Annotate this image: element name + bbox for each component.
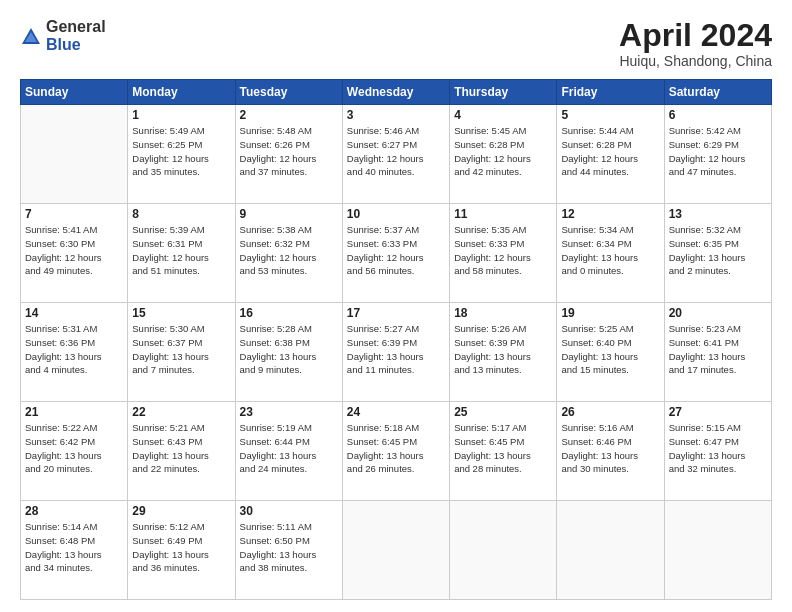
calendar-day-cell: 20Sunrise: 5:23 AM Sunset: 6:41 PM Dayli… bbox=[664, 303, 771, 402]
day-number: 7 bbox=[25, 207, 123, 221]
logo-icon bbox=[20, 26, 42, 48]
day-number: 26 bbox=[561, 405, 659, 419]
calendar-week-row: 1Sunrise: 5:49 AM Sunset: 6:25 PM Daylig… bbox=[21, 105, 772, 204]
day-number: 29 bbox=[132, 504, 230, 518]
day-info: Sunrise: 5:22 AM Sunset: 6:42 PM Dayligh… bbox=[25, 421, 123, 476]
day-info: Sunrise: 5:42 AM Sunset: 6:29 PM Dayligh… bbox=[669, 124, 767, 179]
day-number: 2 bbox=[240, 108, 338, 122]
day-number: 20 bbox=[669, 306, 767, 320]
calendar-day-cell: 24Sunrise: 5:18 AM Sunset: 6:45 PM Dayli… bbox=[342, 402, 449, 501]
calendar-day-cell: 16Sunrise: 5:28 AM Sunset: 6:38 PM Dayli… bbox=[235, 303, 342, 402]
calendar-header-tuesday: Tuesday bbox=[235, 80, 342, 105]
day-number: 14 bbox=[25, 306, 123, 320]
day-number: 6 bbox=[669, 108, 767, 122]
calendar-day-cell: 30Sunrise: 5:11 AM Sunset: 6:50 PM Dayli… bbox=[235, 501, 342, 600]
day-info: Sunrise: 5:35 AM Sunset: 6:33 PM Dayligh… bbox=[454, 223, 552, 278]
day-info: Sunrise: 5:23 AM Sunset: 6:41 PM Dayligh… bbox=[669, 322, 767, 377]
day-info: Sunrise: 5:12 AM Sunset: 6:49 PM Dayligh… bbox=[132, 520, 230, 575]
calendar-day-cell: 1Sunrise: 5:49 AM Sunset: 6:25 PM Daylig… bbox=[128, 105, 235, 204]
day-number: 12 bbox=[561, 207, 659, 221]
day-number: 21 bbox=[25, 405, 123, 419]
header: General Blue April 2024 Huiqu, Shandong,… bbox=[20, 18, 772, 69]
logo-general: General bbox=[46, 18, 106, 36]
day-number: 11 bbox=[454, 207, 552, 221]
title-block: April 2024 Huiqu, Shandong, China bbox=[619, 18, 772, 69]
day-info: Sunrise: 5:30 AM Sunset: 6:37 PM Dayligh… bbox=[132, 322, 230, 377]
calendar-week-row: 28Sunrise: 5:14 AM Sunset: 6:48 PM Dayli… bbox=[21, 501, 772, 600]
day-number: 23 bbox=[240, 405, 338, 419]
calendar-day-cell: 14Sunrise: 5:31 AM Sunset: 6:36 PM Dayli… bbox=[21, 303, 128, 402]
calendar-day-cell bbox=[664, 501, 771, 600]
calendar-day-cell: 4Sunrise: 5:45 AM Sunset: 6:28 PM Daylig… bbox=[450, 105, 557, 204]
day-info: Sunrise: 5:17 AM Sunset: 6:45 PM Dayligh… bbox=[454, 421, 552, 476]
day-info: Sunrise: 5:46 AM Sunset: 6:27 PM Dayligh… bbox=[347, 124, 445, 179]
day-info: Sunrise: 5:31 AM Sunset: 6:36 PM Dayligh… bbox=[25, 322, 123, 377]
day-number: 30 bbox=[240, 504, 338, 518]
logo: General Blue bbox=[20, 18, 106, 53]
calendar-day-cell: 23Sunrise: 5:19 AM Sunset: 6:44 PM Dayli… bbox=[235, 402, 342, 501]
calendar-header-saturday: Saturday bbox=[664, 80, 771, 105]
day-number: 18 bbox=[454, 306, 552, 320]
day-info: Sunrise: 5:26 AM Sunset: 6:39 PM Dayligh… bbox=[454, 322, 552, 377]
calendar-day-cell bbox=[450, 501, 557, 600]
day-number: 8 bbox=[132, 207, 230, 221]
calendar-day-cell: 29Sunrise: 5:12 AM Sunset: 6:49 PM Dayli… bbox=[128, 501, 235, 600]
day-info: Sunrise: 5:18 AM Sunset: 6:45 PM Dayligh… bbox=[347, 421, 445, 476]
day-info: Sunrise: 5:21 AM Sunset: 6:43 PM Dayligh… bbox=[132, 421, 230, 476]
calendar-day-cell: 11Sunrise: 5:35 AM Sunset: 6:33 PM Dayli… bbox=[450, 204, 557, 303]
calendar-day-cell bbox=[342, 501, 449, 600]
calendar-week-row: 7Sunrise: 5:41 AM Sunset: 6:30 PM Daylig… bbox=[21, 204, 772, 303]
calendar-day-cell: 9Sunrise: 5:38 AM Sunset: 6:32 PM Daylig… bbox=[235, 204, 342, 303]
logo-text: General Blue bbox=[46, 18, 106, 53]
day-number: 4 bbox=[454, 108, 552, 122]
calendar-day-cell: 21Sunrise: 5:22 AM Sunset: 6:42 PM Dayli… bbox=[21, 402, 128, 501]
day-info: Sunrise: 5:27 AM Sunset: 6:39 PM Dayligh… bbox=[347, 322, 445, 377]
day-number: 9 bbox=[240, 207, 338, 221]
calendar-header-wednesday: Wednesday bbox=[342, 80, 449, 105]
day-info: Sunrise: 5:25 AM Sunset: 6:40 PM Dayligh… bbox=[561, 322, 659, 377]
calendar-day-cell: 5Sunrise: 5:44 AM Sunset: 6:28 PM Daylig… bbox=[557, 105, 664, 204]
calendar-day-cell bbox=[21, 105, 128, 204]
day-number: 3 bbox=[347, 108, 445, 122]
day-number: 19 bbox=[561, 306, 659, 320]
calendar-day-cell: 6Sunrise: 5:42 AM Sunset: 6:29 PM Daylig… bbox=[664, 105, 771, 204]
calendar-day-cell: 26Sunrise: 5:16 AM Sunset: 6:46 PM Dayli… bbox=[557, 402, 664, 501]
calendar-day-cell: 7Sunrise: 5:41 AM Sunset: 6:30 PM Daylig… bbox=[21, 204, 128, 303]
calendar-day-cell: 17Sunrise: 5:27 AM Sunset: 6:39 PM Dayli… bbox=[342, 303, 449, 402]
calendar-header-monday: Monday bbox=[128, 80, 235, 105]
calendar-day-cell: 22Sunrise: 5:21 AM Sunset: 6:43 PM Dayli… bbox=[128, 402, 235, 501]
calendar-day-cell: 13Sunrise: 5:32 AM Sunset: 6:35 PM Dayli… bbox=[664, 204, 771, 303]
calendar-day-cell bbox=[557, 501, 664, 600]
location: Huiqu, Shandong, China bbox=[619, 53, 772, 69]
calendar-day-cell: 8Sunrise: 5:39 AM Sunset: 6:31 PM Daylig… bbox=[128, 204, 235, 303]
calendar-day-cell: 18Sunrise: 5:26 AM Sunset: 6:39 PM Dayli… bbox=[450, 303, 557, 402]
calendar-day-cell: 12Sunrise: 5:34 AM Sunset: 6:34 PM Dayli… bbox=[557, 204, 664, 303]
calendar-header-row: SundayMondayTuesdayWednesdayThursdayFrid… bbox=[21, 80, 772, 105]
day-info: Sunrise: 5:19 AM Sunset: 6:44 PM Dayligh… bbox=[240, 421, 338, 476]
calendar-day-cell: 15Sunrise: 5:30 AM Sunset: 6:37 PM Dayli… bbox=[128, 303, 235, 402]
day-info: Sunrise: 5:28 AM Sunset: 6:38 PM Dayligh… bbox=[240, 322, 338, 377]
calendar-day-cell: 3Sunrise: 5:46 AM Sunset: 6:27 PM Daylig… bbox=[342, 105, 449, 204]
day-number: 27 bbox=[669, 405, 767, 419]
day-number: 28 bbox=[25, 504, 123, 518]
day-info: Sunrise: 5:38 AM Sunset: 6:32 PM Dayligh… bbox=[240, 223, 338, 278]
day-number: 13 bbox=[669, 207, 767, 221]
day-number: 1 bbox=[132, 108, 230, 122]
page: General Blue April 2024 Huiqu, Shandong,… bbox=[0, 0, 792, 612]
day-number: 24 bbox=[347, 405, 445, 419]
calendar-day-cell: 27Sunrise: 5:15 AM Sunset: 6:47 PM Dayli… bbox=[664, 402, 771, 501]
day-info: Sunrise: 5:16 AM Sunset: 6:46 PM Dayligh… bbox=[561, 421, 659, 476]
calendar-day-cell: 28Sunrise: 5:14 AM Sunset: 6:48 PM Dayli… bbox=[21, 501, 128, 600]
day-info: Sunrise: 5:45 AM Sunset: 6:28 PM Dayligh… bbox=[454, 124, 552, 179]
day-info: Sunrise: 5:44 AM Sunset: 6:28 PM Dayligh… bbox=[561, 124, 659, 179]
calendar-header-friday: Friday bbox=[557, 80, 664, 105]
calendar-day-cell: 2Sunrise: 5:48 AM Sunset: 6:26 PM Daylig… bbox=[235, 105, 342, 204]
day-number: 15 bbox=[132, 306, 230, 320]
day-info: Sunrise: 5:39 AM Sunset: 6:31 PM Dayligh… bbox=[132, 223, 230, 278]
day-number: 5 bbox=[561, 108, 659, 122]
calendar-week-row: 14Sunrise: 5:31 AM Sunset: 6:36 PM Dayli… bbox=[21, 303, 772, 402]
day-info: Sunrise: 5:37 AM Sunset: 6:33 PM Dayligh… bbox=[347, 223, 445, 278]
calendar-day-cell: 25Sunrise: 5:17 AM Sunset: 6:45 PM Dayli… bbox=[450, 402, 557, 501]
day-info: Sunrise: 5:48 AM Sunset: 6:26 PM Dayligh… bbox=[240, 124, 338, 179]
day-number: 10 bbox=[347, 207, 445, 221]
